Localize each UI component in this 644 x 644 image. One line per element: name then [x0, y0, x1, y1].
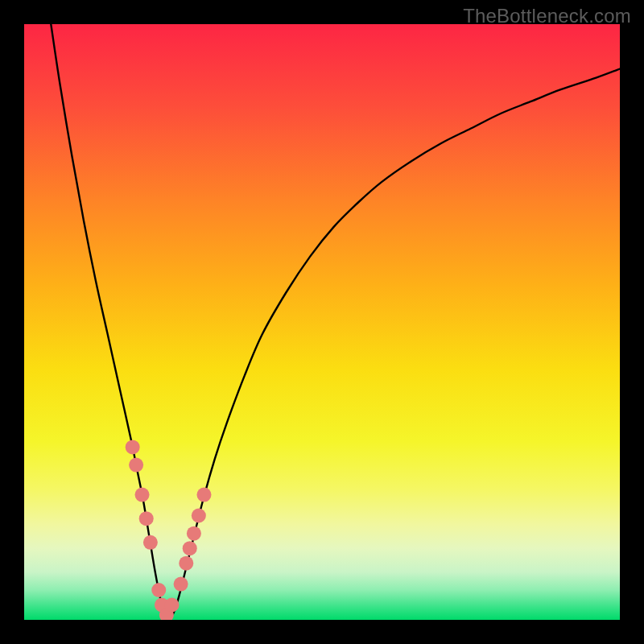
marker-point — [129, 458, 143, 473]
marker-point — [183, 541, 197, 555]
curve-line — [51, 24, 620, 617]
plot-area — [24, 24, 620, 620]
chart-svg — [24, 24, 620, 620]
marker-point — [143, 535, 158, 550]
marker-point — [179, 556, 193, 571]
marker-point — [151, 583, 166, 597]
marker-point — [135, 488, 150, 502]
marker-point — [126, 440, 140, 454]
marker-point — [165, 598, 180, 613]
marker-point — [196, 488, 211, 502]
chart-frame: TheBottleneck.com — [0, 0, 644, 644]
marker-point — [174, 577, 188, 592]
marker-point — [139, 511, 154, 526]
marker-point — [187, 526, 201, 541]
marker-point — [192, 509, 206, 523]
marker-group — [126, 440, 212, 620]
